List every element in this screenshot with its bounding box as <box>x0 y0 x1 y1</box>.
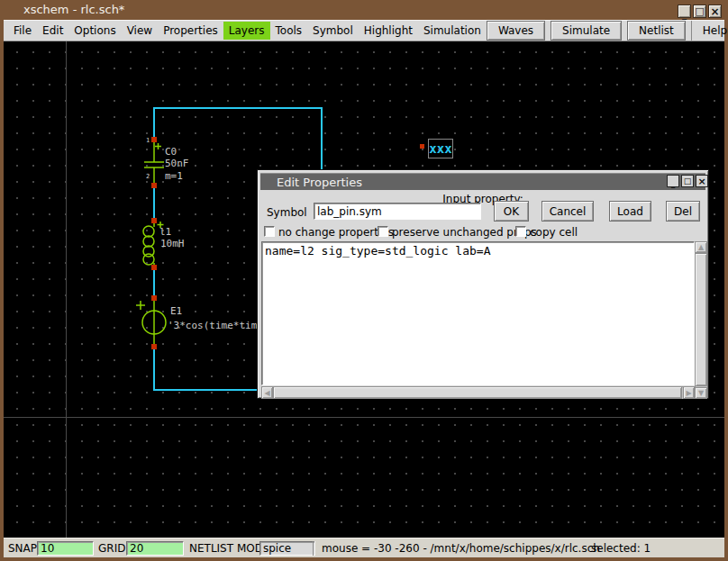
scroll-down-button[interactable]: ▼ <box>695 387 707 399</box>
capacitor-symbol[interactable] <box>144 137 164 188</box>
window-close-button[interactable]: × <box>708 5 722 18</box>
menubar: File Edit Options View Properties Layers… <box>4 20 724 41</box>
close-icon: × <box>697 176 705 186</box>
arrow-down-icon: ▼ <box>698 389 704 397</box>
menu-symbol[interactable]: Symbol <box>307 22 359 40</box>
grid-label: GRID: <box>98 542 129 555</box>
scroll-up-button[interactable]: ▲ <box>695 241 707 253</box>
copy-cell-label: copy cell <box>530 226 578 239</box>
menu-edit[interactable]: Edit <box>37 22 68 40</box>
symbol-input[interactable] <box>314 203 481 220</box>
snap-label: SNAP: <box>8 542 41 555</box>
capacitor-ref-label[interactable]: C0 <box>165 147 177 157</box>
window-titlebar[interactable]: xschem - rlc.sch* _ □ × <box>0 0 728 20</box>
preserve-unchanged-props-checkbox[interactable] <box>378 226 388 237</box>
close-icon: × <box>710 6 719 17</box>
dialog-close-button[interactable]: × <box>696 175 708 187</box>
dialog-minimize-button[interactable]: _ <box>667 175 679 187</box>
del-button[interactable]: Del <box>666 201 700 222</box>
inductor-ref-label[interactable]: l1 <box>159 227 171 237</box>
maximize-icon: □ <box>684 177 692 185</box>
netlist-button[interactable]: Netlist <box>627 21 686 41</box>
cancel-button[interactable]: Cancel <box>541 201 594 222</box>
capacitor-pin1-number: 1 <box>146 138 150 144</box>
menu-properties[interactable]: Properties <box>158 22 223 40</box>
scroll-left-button[interactable]: ◀ <box>261 386 273 399</box>
horizontal-scroll-thumb[interactable] <box>273 386 682 399</box>
capacitor-pin2-number: 2 <box>146 174 150 180</box>
symbol-label: Symbol <box>267 206 307 219</box>
property-textarea[interactable]: name=l2 sig_type=std_logic lab=A <box>261 241 695 385</box>
menu-items: File Edit Options View Properties Layers… <box>4 22 487 40</box>
menu-view[interactable]: View <box>122 22 158 40</box>
window-minimize-button[interactable]: _ <box>678 5 691 18</box>
menu-help[interactable]: Help <box>691 21 728 41</box>
menu-file[interactable]: File <box>8 22 37 40</box>
wire-bottom[interactable] <box>154 348 268 390</box>
menu-layers[interactable]: Layers <box>223 22 270 40</box>
scroll-right-button[interactable]: ▶ <box>683 386 695 399</box>
net-label-text: xxx <box>429 142 451 155</box>
window-maximize-button[interactable]: □ <box>693 5 706 18</box>
menu-options[interactable]: Options <box>68 22 121 40</box>
statusbar-divider <box>313 541 315 556</box>
menu-right-buttons: Waves Simulate Netlist Help <box>487 21 728 41</box>
waves-button[interactable]: Waves <box>487 21 545 41</box>
selected-count-text: selected: 1 <box>591 542 651 555</box>
menu-simulation[interactable]: Simulation <box>418 22 487 40</box>
menu-tools[interactable]: Tools <box>270 22 308 40</box>
mouse-coordinates-text: mouse = -30 -260 - /mnt/x/home/schippes/… <box>322 542 600 555</box>
grid-input[interactable] <box>126 541 184 556</box>
arrow-up-icon: ▲ <box>698 243 704 251</box>
window-title: xschem - rlc.sch* <box>23 3 124 16</box>
simulate-button[interactable]: Simulate <box>551 21 622 41</box>
source-ref-label[interactable]: E1 <box>170 306 182 316</box>
horizontal-scrollbar[interactable]: ◀ ▶ <box>261 386 695 399</box>
capacitor-value-label[interactable]: 50nF <box>165 158 189 168</box>
net-label-selected[interactable]: xxx <box>428 139 453 158</box>
vertical-scrollbar[interactable]: ▲ ▼ <box>695 241 707 399</box>
copy-cell-checkbox[interactable] <box>515 226 526 237</box>
netlist-mode-input[interactable] <box>259 541 315 556</box>
dialog-maximize-button[interactable]: □ <box>681 175 694 187</box>
no-change-properties-label: no change properties <box>278 226 394 239</box>
dialog-title: Edit Properties <box>277 176 362 189</box>
capacitor-attr-label[interactable]: m=1 <box>165 171 183 181</box>
load-button[interactable]: Load <box>609 201 651 222</box>
minimize-icon: _ <box>671 180 676 188</box>
vertical-scroll-thumb[interactable] <box>695 253 707 386</box>
edit-properties-dialog: Edit Properties _ □ × Input property: Sy… <box>257 169 709 399</box>
snap-input[interactable] <box>37 541 94 556</box>
checkbox-row: no change properties preserve unchanged … <box>258 226 708 239</box>
arrow-left-icon: ◀ <box>264 389 269 397</box>
ok-button[interactable]: OK <box>494 201 529 222</box>
maximize-icon: □ <box>695 6 704 16</box>
no-change-properties-checkbox[interactable] <box>264 226 275 237</box>
source-symbol[interactable] <box>136 295 166 349</box>
dialog-titlebar[interactable]: Edit Properties <box>260 173 705 190</box>
menu-highlight[interactable]: Highlight <box>359 22 418 40</box>
arrow-right-icon: ▶ <box>686 389 691 397</box>
inductor-value-label[interactable]: 10mH <box>160 239 185 249</box>
xschem-window: xschem - rlc.sch* _ □ × File Edit Option… <box>0 0 728 561</box>
minimize-icon: _ <box>682 10 687 19</box>
statusbar: SNAP: GRID: NETLIST MODE: mouse = -30 -2… <box>4 538 724 557</box>
net-label-pin[interactable] <box>420 144 424 149</box>
